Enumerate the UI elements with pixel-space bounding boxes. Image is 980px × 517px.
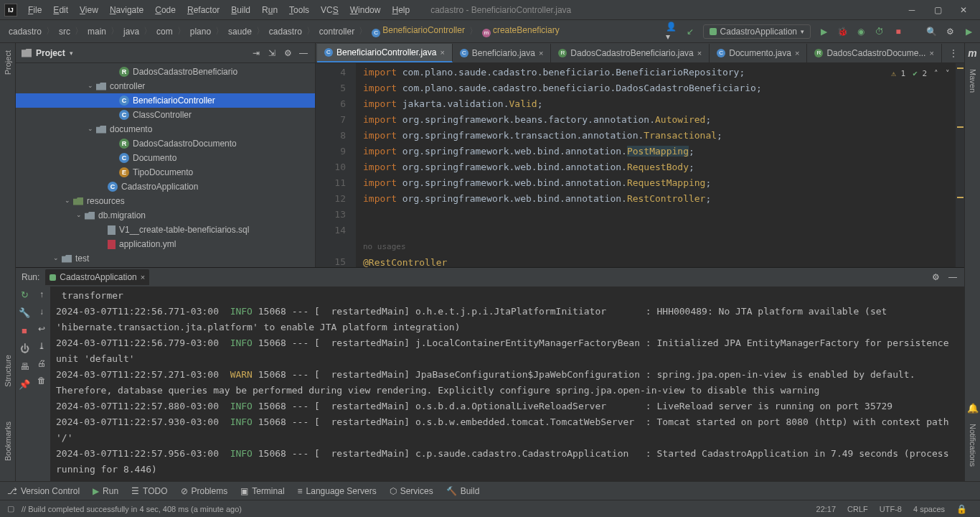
run-config-selector[interactable]: CadastroApplication▾ (703, 24, 811, 39)
tree-node[interactable]: ETipoDocumento (16, 165, 315, 180)
bookmarks-tool-button[interactable]: Bookmarks (4, 419, 12, 464)
tree-node[interactable]: CCadastroApplication (16, 180, 315, 194)
search-icon[interactable]: 🔍 (925, 26, 937, 37)
crumb[interactable]: cadastro (266, 25, 305, 38)
run-hide-icon[interactable]: — (947, 271, 958, 283)
file-encoding[interactable]: UTF-8 (874, 505, 908, 513)
inspection-ok[interactable]: ✔ 2 (913, 66, 927, 82)
todo-tool[interactable]: ☰ TODO (131, 486, 167, 496)
close-tab-icon[interactable]: × (440, 48, 444, 57)
crumb[interactable]: java (121, 25, 142, 38)
menu-tools[interactable]: Tools (284, 3, 314, 17)
indent-info[interactable]: 4 spaces (908, 505, 951, 513)
crumb[interactable]: src (56, 25, 73, 38)
menu-code[interactable]: Code (150, 3, 181, 17)
settings-icon[interactable]: ⚙ (944, 26, 956, 37)
menu-window[interactable]: Window (345, 3, 386, 17)
line-separator[interactable]: CRLF (842, 505, 874, 513)
menu-build[interactable]: Build (226, 3, 255, 17)
user-icon[interactable]: 👤▾ (666, 26, 677, 37)
run-tab[interactable]: CadastroApplication × (45, 269, 149, 285)
maven-tool-button[interactable]: Maven (969, 66, 977, 96)
tree-node[interactable]: ⌄resources (16, 194, 315, 208)
tree-node[interactable]: RDadosCadastroDocumento (16, 136, 315, 151)
notifications-icon[interactable]: 🔔 (967, 403, 979, 414)
editor-tab[interactable]: RDadosCadastroBeneficiario.java× (551, 44, 710, 62)
run-tool[interactable]: ▶ Run (93, 486, 118, 496)
editor-tab[interactable]: CBeneficiario.java× (453, 44, 552, 62)
tab-dropdown-icon[interactable]: ⋮ (948, 47, 959, 59)
tree-node[interactable]: ⌄documento (16, 122, 315, 136)
vcs-update-icon[interactable]: ↙ (684, 26, 696, 37)
hide-panel-icon[interactable]: — (298, 47, 309, 59)
menu-refactor[interactable]: Refactor (182, 3, 225, 17)
tree-node[interactable]: ⌄controller (16, 79, 315, 93)
notifications-tool-button[interactable]: Notifications (969, 421, 977, 470)
rerun-icon[interactable]: ↻ (21, 289, 29, 300)
maximize-button[interactable]: ▢ (933, 5, 943, 15)
stop-run-icon[interactable]: ■ (22, 325, 27, 336)
debug-button[interactable]: 🐞 (837, 26, 848, 37)
project-tree[interactable]: RDadosCadastroBeneficiario⌄controllerCBe… (16, 63, 315, 267)
minimize-button[interactable]: ─ (907, 5, 917, 15)
down-icon[interactable]: ↓ (39, 307, 44, 317)
tree-node[interactable]: CClassController (16, 108, 315, 122)
code-editor[interactable]: 4567891011121314 15 import com.plano.sau… (316, 63, 964, 267)
stop-button[interactable]: ■ (892, 26, 904, 37)
run-button[interactable]: ▶ (818, 26, 829, 37)
crumb-class[interactable]: CBeneficiarioController (369, 24, 468, 39)
build-tool[interactable]: 🔨 Build (446, 486, 480, 496)
run-tool-icon[interactable]: 🔧 (19, 307, 30, 318)
status-icon[interactable]: ▢ (7, 504, 14, 513)
tree-node[interactable]: CBeneficiarioController (16, 93, 315, 108)
structure-tool-button[interactable]: Structure (4, 352, 12, 390)
project-tool-button[interactable]: Project (4, 47, 12, 78)
menu-navigate[interactable]: Navigate (105, 3, 149, 17)
close-run-tab-icon[interactable]: × (141, 273, 145, 281)
caret-position[interactable]: 22:17 (811, 505, 842, 513)
softwrap-icon[interactable]: ↩ (38, 324, 45, 334)
close-tab-icon[interactable]: × (539, 49, 543, 57)
crumb[interactable]: controller (316, 25, 357, 38)
exit-icon[interactable]: ⏻ (20, 343, 29, 354)
maven-tool-icon[interactable]: m (968, 47, 976, 59)
crumb[interactable]: cadastro (6, 25, 44, 38)
tree-node[interactable]: RDadosCadastroBeneficiario (16, 65, 315, 79)
close-tab-icon[interactable]: × (795, 49, 799, 57)
scroll-end-icon[interactable]: ⤓ (38, 341, 45, 351)
tree-node[interactable]: V1__create-table-beneficiarios.sql (16, 223, 315, 237)
close-tab-icon[interactable]: × (697, 49, 702, 57)
menu-vcs[interactable]: VCS (316, 3, 344, 17)
project-title[interactable]: Project (36, 48, 65, 58)
up-icon[interactable]: ↑ (39, 289, 44, 299)
tree-settings-icon[interactable]: ⚙ (282, 47, 293, 59)
crumb-method[interactable]: mcreateBeneficiary (479, 24, 562, 39)
services-tool[interactable]: ⬡ Services (390, 486, 433, 496)
close-button[interactable]: ✕ (958, 5, 969, 15)
tree-node[interactable]: CDocumento (16, 151, 315, 165)
editor-tab[interactable]: CBeneficiarioController.java× (317, 44, 453, 62)
crumb[interactable]: main (85, 25, 109, 38)
menu-edit[interactable]: Edit (48, 3, 73, 17)
expand-all-icon[interactable]: ⇲ (266, 47, 278, 59)
crumb[interactable]: saude (225, 25, 255, 38)
language-servers-tool[interactable]: ≡ Language Servers (298, 486, 377, 496)
version-control-tool[interactable]: ⎇ Version Control (7, 486, 80, 496)
coverage-button[interactable]: ◉ (855, 26, 867, 37)
select-opened-icon[interactable]: ⇥ (250, 47, 262, 59)
profile-button[interactable]: ⏱ (874, 26, 885, 37)
menu-view[interactable]: View (75, 3, 103, 17)
editor-tab[interactable]: CDocumento.java× (710, 44, 807, 62)
problems-tool[interactable]: ⊘ Problems (181, 486, 228, 496)
tree-node[interactable]: application.yml (16, 237, 315, 251)
inspection-down-icon[interactable]: ˅ (946, 66, 950, 82)
print-icon[interactable]: 🖨 (37, 358, 46, 368)
pin-icon[interactable]: 📌 (19, 379, 30, 390)
layout-icon[interactable]: 🖶 (20, 361, 29, 372)
tree-node[interactable]: ⌄test (16, 251, 315, 266)
inspection-warnings[interactable]: ⚠ 1 (891, 66, 905, 82)
terminal-tool[interactable]: ▣ Terminal (240, 486, 284, 496)
clear-icon[interactable]: 🗑 (37, 376, 46, 386)
crumb[interactable]: plano (187, 25, 214, 38)
menu-file[interactable]: File (23, 3, 47, 17)
